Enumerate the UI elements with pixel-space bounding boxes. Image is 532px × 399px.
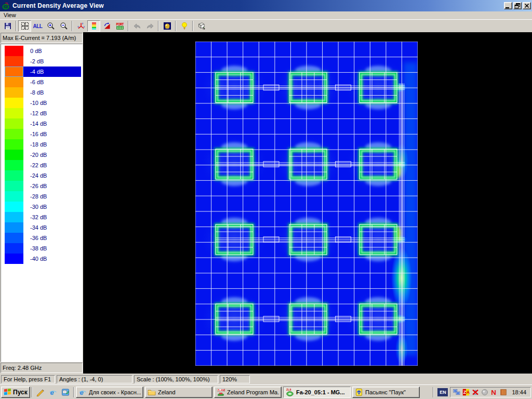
legend-item[interactable]: -36 dB — [1, 233, 82, 243]
task-button[interactable]: ZLANDZeland Program Ma... — [214, 387, 282, 398]
legend-item[interactable]: -8 dB — [1, 87, 82, 98]
messenger-offline-icon[interactable] — [471, 388, 480, 396]
legend-item-label: -38 dB — [23, 243, 81, 254]
port-display-button[interactable]: PORT — [113, 20, 126, 32]
task-button[interactable]: ZL8Fa-20_05:1 - MG... — [283, 387, 351, 398]
close-icon — [523, 2, 531, 9]
task-button-label: Zeland — [158, 389, 176, 395]
legend-item[interactable]: -38 dB — [1, 243, 82, 254]
restore-button[interactable] — [513, 2, 522, 9]
svg-text:y: y — [83, 25, 85, 28]
frequency-label: Freq: 2.48 GHz — [1, 363, 83, 373]
display-options-button[interactable] — [161, 20, 174, 32]
mgrid-icon: ZL8 — [286, 388, 294, 396]
svg-text:PORT: PORT — [116, 22, 124, 26]
close-button[interactable] — [523, 2, 531, 9]
show-all-button[interactable]: ALL — [31, 20, 44, 32]
redo-button[interactable] — [143, 20, 156, 32]
legend-item[interactable]: -6 dB — [1, 77, 82, 87]
fill-color-icon — [197, 22, 206, 30]
fit-view-icon — [21, 22, 29, 30]
toolbar-separator — [175, 21, 176, 31]
save-icon — [4, 22, 12, 30]
zeland-icon: ZLAND — [217, 388, 225, 396]
minimize-button[interactable] — [504, 2, 512, 9]
legend-color-swatch — [5, 202, 23, 212]
menu-view[interactable]: View — [0, 11, 20, 19]
legend-list: 0 dB-2 dB-4 dB-6 dB-8 dB-10 dB-12 dB-14 … — [1, 44, 83, 362]
nod32-icon[interactable]: N — [490, 388, 498, 396]
legend-item-label: -20 dB — [23, 150, 81, 160]
zoom-in-button[interactable] — [44, 20, 57, 32]
legend-color-swatch — [5, 129, 23, 139]
task-button[interactable]: Zeland — [145, 387, 212, 398]
legend-item[interactable]: -12 dB — [1, 108, 82, 118]
legend-item[interactable]: 0 dB — [1, 46, 82, 56]
taskbar: Пуск e eДля своих - Красн...ZelandZLANDZ… — [0, 384, 532, 399]
legend-item[interactable]: -22 dB — [1, 160, 82, 170]
legend-color-swatch — [5, 191, 23, 202]
legend-color-swatch — [5, 108, 23, 118]
undo-button[interactable] — [130, 20, 143, 32]
legend-color-swatch — [5, 98, 23, 108]
zoom-out-button[interactable] — [57, 20, 70, 32]
quick-launch-pen[interactable] — [34, 387, 47, 398]
quick-launch-outlook-express[interactable] — [59, 387, 72, 398]
radiation-pattern-button[interactable] — [100, 20, 113, 32]
legend-item-label: -16 dB — [23, 129, 81, 139]
legend-item-label: -18 dB — [23, 139, 81, 150]
status-angles: Angles : (1, -4, 0) — [57, 375, 132, 383]
quick-launch-internet-explorer[interactable]: e — [47, 387, 59, 398]
current-density-plot[interactable] — [195, 42, 418, 366]
legend-color-swatch — [5, 233, 23, 243]
highlight-button[interactable] — [178, 20, 191, 32]
legend-item[interactable]: -32 dB — [1, 212, 82, 222]
client-area: Max E-Current = 7.193 (A/m) 0 dB-2 dB-4 … — [0, 32, 532, 374]
zonealarm-icon[interactable]: ZA — [462, 388, 470, 396]
legend-item[interactable]: -14 dB — [1, 118, 82, 129]
window-title: Current Density Average View — [12, 2, 503, 9]
legend-item[interactable]: -30 dB — [1, 202, 82, 212]
save-button[interactable] — [1, 20, 14, 32]
legend-item[interactable]: -18 dB — [1, 139, 82, 150]
fill-color-button[interactable] — [195, 20, 208, 32]
pen-icon — [36, 388, 45, 396]
legend-item[interactable]: -4 dB — [1, 66, 82, 77]
task-button[interactable]: Пасьянс "Паук" — [352, 387, 420, 398]
toolbar: ALLzxyPORT — [0, 19, 532, 32]
color-scale-icon — [90, 22, 98, 30]
start-button[interactable]: Пуск — [1, 387, 30, 398]
language-indicator[interactable]: EN — [437, 388, 448, 396]
legend-item-label: 0 dB — [23, 46, 81, 56]
taskbar-separator — [73, 387, 74, 397]
internet-explorer-icon: e — [78, 388, 87, 396]
toolbar-separator — [128, 21, 129, 31]
start-button-label: Пуск — [13, 389, 28, 396]
toolbar-separator — [16, 21, 17, 31]
legend-item[interactable]: -10 dB — [1, 98, 82, 108]
legend-item[interactable]: -20 dB — [1, 150, 82, 160]
organizer-icon[interactable] — [499, 388, 508, 396]
legend-item-label: -12 dB — [23, 108, 81, 118]
axes-display-button[interactable]: zxy — [74, 20, 87, 32]
legend-item[interactable]: -34 dB — [1, 222, 82, 233]
task-button[interactable]: eДля своих - Красн... — [76, 387, 143, 398]
task-button-label: Fa-20_05:1 - MG... — [296, 389, 345, 395]
legend-item[interactable]: -16 dB — [1, 129, 82, 139]
fit-view-button[interactable] — [18, 20, 31, 32]
legend-color-swatch — [5, 77, 23, 87]
taskbar-separator — [32, 387, 33, 397]
legend-color-swatch — [5, 150, 23, 160]
legend-item-label: -2 dB — [23, 56, 81, 66]
legend-item[interactable]: -40 dB — [1, 254, 82, 264]
legend-item[interactable]: -26 dB — [1, 181, 82, 191]
color-scale-button[interactable] — [87, 20, 100, 32]
task-button-label: Zeland Program Ma... — [227, 389, 279, 395]
legend-item[interactable]: -24 dB — [1, 170, 82, 181]
network-icon[interactable] — [453, 388, 461, 396]
volume-icon[interactable] — [481, 388, 489, 396]
legend-color-swatch — [5, 160, 23, 170]
legend-item-label: -14 dB — [23, 118, 81, 129]
legend-item[interactable]: -28 dB — [1, 191, 82, 202]
legend-item[interactable]: -2 dB — [1, 56, 82, 66]
